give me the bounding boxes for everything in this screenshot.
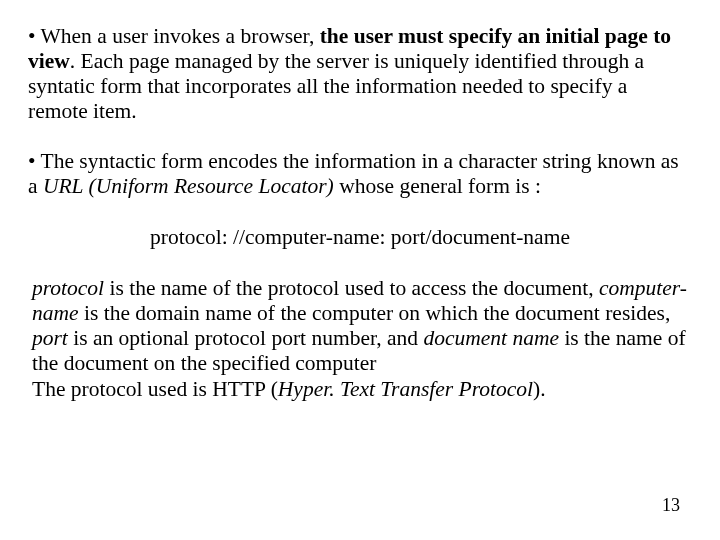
paragraph-1: When a user invokes a browser, the user … [28, 24, 692, 125]
word-port: port [32, 326, 68, 350]
p1-tail: . Each page managed by the server is uni… [28, 49, 644, 123]
protocol-line-italic: Hyper. Text Transfer Protocol [278, 377, 533, 401]
url-form-text: protocol: //computer-name: port/document… [150, 225, 570, 249]
p2-italic: URL (Uniform Resource Locator) [43, 174, 334, 198]
text-3: is an optional protocol port number, and [68, 326, 424, 350]
description-paragraph: protocol is the name of the protocol use… [28, 276, 692, 402]
text-2: is the domain name of the computer on wh… [79, 301, 671, 325]
bullet-icon [28, 24, 41, 48]
word-protocol: protocol [32, 276, 104, 300]
slide-content: When a user invokes a browser, the user … [0, 0, 720, 402]
p1-lead: When a user invokes a browser, [41, 24, 320, 48]
url-form-line: protocol: //computer-name: port/document… [28, 225, 692, 250]
word-document-name: document name [423, 326, 559, 350]
protocol-line-a: The protocol used is HTTP ( [32, 377, 278, 401]
p2-tail: whose general form is : [334, 174, 541, 198]
text-1: is the name of the protocol used to acce… [104, 276, 599, 300]
protocol-line-b: ). [533, 377, 546, 401]
paragraph-2: The syntactic form encodes the informati… [28, 149, 692, 199]
page-number: 13 [662, 495, 680, 516]
bullet-icon [28, 149, 41, 173]
